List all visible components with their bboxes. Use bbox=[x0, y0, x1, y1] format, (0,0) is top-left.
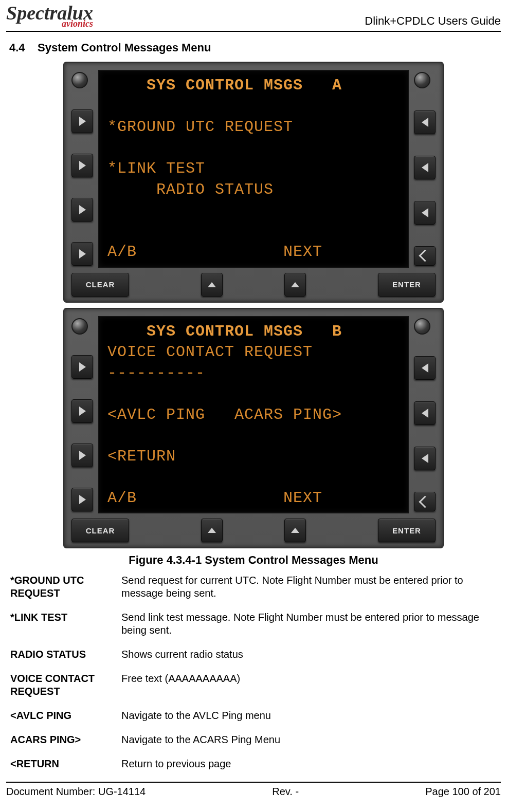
doc-title: Dlink+CPDLC Users Guide bbox=[365, 14, 501, 28]
triangle-left-icon bbox=[422, 409, 428, 418]
triangle-left-icon bbox=[422, 163, 428, 172]
triangle-right-icon bbox=[79, 161, 86, 170]
clear-label: CLEAR bbox=[86, 526, 115, 535]
logo-sub: avionics bbox=[62, 20, 93, 28]
triangle-right-icon bbox=[79, 205, 86, 214]
definition-row: *LINK TEST Send link test message. Note … bbox=[10, 611, 497, 637]
triangle-right-icon bbox=[79, 451, 86, 460]
up-button-1[interactable] bbox=[201, 519, 223, 542]
triangle-right-icon bbox=[79, 362, 86, 372]
enter-button[interactable]: ENTER bbox=[378, 273, 436, 297]
triangle-right-icon bbox=[79, 117, 86, 126]
triangle-left-icon bbox=[422, 208, 428, 217]
screen-b-line-8: A/B NEXT bbox=[107, 489, 322, 507]
definition-term: *GROUND UTC REQUEST bbox=[10, 574, 113, 600]
definition-term: ACARS PING> bbox=[10, 733, 113, 746]
display-unit-a: SYS CONTROL MSGS A *GROUND UTC REQUEST *… bbox=[63, 62, 444, 303]
screen-a-title: SYS CONTROL MSGS A bbox=[107, 77, 342, 94]
screen-b: SYS CONTROL MSGS B VOICE CONTACT REQUEST… bbox=[98, 316, 409, 514]
display-unit-b: SYS CONTROL MSGS B VOICE CONTACT REQUEST… bbox=[63, 308, 444, 549]
screen-b-line-6: <RETURN bbox=[107, 448, 176, 465]
lsk-l4[interactable] bbox=[71, 242, 93, 266]
lsk-r3[interactable] bbox=[414, 447, 436, 470]
lsk-l2[interactable] bbox=[71, 154, 93, 177]
knob-icon[interactable] bbox=[414, 72, 430, 88]
triangle-left-icon bbox=[422, 118, 428, 127]
screen-b-line-4: <AVLC PING ACARS PING> bbox=[107, 406, 342, 423]
screen-b-title: SYS CONTROL MSGS B bbox=[107, 323, 342, 340]
right-side-controls bbox=[414, 316, 436, 514]
definition-desc: Return to previous page bbox=[121, 758, 497, 770]
triangle-right-icon bbox=[79, 249, 86, 259]
definition-desc: Navigate to the AVLC Ping menu bbox=[121, 709, 497, 722]
lsk-l3[interactable] bbox=[71, 198, 93, 222]
definition-term: VOICE CONTACT REQUEST bbox=[10, 672, 113, 698]
lsk-l1[interactable] bbox=[71, 109, 93, 133]
triangle-up-icon bbox=[208, 282, 216, 287]
triangle-up-icon bbox=[291, 282, 299, 287]
definition-term: <AVLC PING bbox=[10, 709, 113, 722]
section-number: 4.4 bbox=[9, 41, 25, 54]
triangle-right-icon bbox=[79, 407, 86, 416]
screen-a-line-5: RADIO STATUS bbox=[107, 181, 274, 198]
chevron-left-icon bbox=[419, 250, 431, 262]
clear-button[interactable]: CLEAR bbox=[71, 519, 129, 542]
lsk-r1[interactable] bbox=[414, 356, 436, 380]
definition-desc: Free text (AAAAAAAAAA) bbox=[121, 672, 497, 698]
enter-label: ENTER bbox=[392, 280, 421, 289]
definition-desc: Navigate to the ACARS Ping Menu bbox=[121, 733, 497, 746]
definition-row: <AVLC PING Navigate to the AVLC Ping men… bbox=[10, 709, 497, 722]
screen-a-line-4: *LINK TEST bbox=[107, 160, 205, 177]
definitions-list: *GROUND UTC REQUEST Send request for cur… bbox=[10, 574, 497, 770]
up-button-2[interactable] bbox=[284, 519, 306, 542]
screen-b-line-1: VOICE CONTACT REQUEST bbox=[107, 343, 313, 361]
knob-icon[interactable] bbox=[71, 318, 88, 335]
screen-a: SYS CONTROL MSGS A *GROUND UTC REQUEST *… bbox=[98, 70, 409, 268]
definition-row: RADIO STATUS Shows current radio status bbox=[10, 648, 497, 661]
definition-term: <RETURN bbox=[10, 758, 113, 770]
screen-a-line-8: A/B NEXT bbox=[107, 243, 322, 261]
knob-icon[interactable] bbox=[414, 318, 430, 335]
lsk-r3[interactable] bbox=[414, 201, 436, 225]
triangle-up-icon bbox=[208, 528, 216, 533]
screen-b-line-2: ---------- bbox=[107, 364, 205, 382]
definition-desc: Shows current radio status bbox=[121, 648, 497, 661]
up-button-2[interactable] bbox=[284, 273, 306, 297]
triangle-left-icon bbox=[422, 454, 428, 463]
definition-row: ACARS PING> Navigate to the ACARS Ping M… bbox=[10, 733, 497, 746]
enter-label: ENTER bbox=[392, 526, 421, 535]
lsk-l2[interactable] bbox=[71, 399, 93, 423]
triangle-left-icon bbox=[422, 363, 428, 373]
chevron-left-icon bbox=[419, 495, 431, 508]
triangle-right-icon bbox=[79, 495, 86, 504]
definition-term: *LINK TEST bbox=[10, 611, 113, 637]
lsk-r1[interactable] bbox=[414, 110, 436, 134]
page-header: Spectralux avionics Dlink+CPDLC Users Gu… bbox=[6, 4, 501, 32]
footer-page: Page 100 of 201 bbox=[425, 786, 501, 798]
footer-rev: Rev. - bbox=[272, 786, 299, 798]
footer-docnum: Document Number: UG-14114 bbox=[6, 786, 146, 798]
definition-row: VOICE CONTACT REQUEST Free text (AAAAAAA… bbox=[10, 672, 497, 698]
lsk-r4[interactable] bbox=[414, 246, 436, 266]
lsk-l3[interactable] bbox=[71, 444, 93, 467]
lsk-r2[interactable] bbox=[414, 401, 436, 425]
clear-label: CLEAR bbox=[86, 280, 115, 289]
left-side-controls bbox=[71, 70, 93, 268]
page-footer: Document Number: UG-14114 Rev. - Page 10… bbox=[6, 782, 501, 798]
clear-button[interactable]: CLEAR bbox=[71, 273, 129, 297]
up-button-1[interactable] bbox=[201, 273, 223, 297]
screen-a-line-2: *GROUND UTC REQUEST bbox=[107, 118, 293, 136]
knob-icon[interactable] bbox=[71, 72, 88, 88]
definition-term: RADIO STATUS bbox=[10, 648, 113, 661]
lsk-r4[interactable] bbox=[414, 492, 436, 511]
lsk-r2[interactable] bbox=[414, 156, 436, 179]
definition-desc: Send link test message. Note Flight Numb… bbox=[121, 611, 497, 637]
lsk-l4[interactable] bbox=[71, 488, 93, 511]
definition-row: *GROUND UTC REQUEST Send request for cur… bbox=[10, 574, 497, 600]
right-side-controls bbox=[414, 70, 436, 268]
lsk-l1[interactable] bbox=[71, 355, 93, 379]
enter-button[interactable]: ENTER bbox=[378, 519, 436, 542]
definition-row: <RETURN Return to previous page bbox=[10, 758, 497, 770]
section-heading: 4.4 System Control Messages Menu bbox=[9, 41, 501, 54]
figure-caption: Figure 4.3.4-1 System Control Messages M… bbox=[6, 553, 501, 567]
